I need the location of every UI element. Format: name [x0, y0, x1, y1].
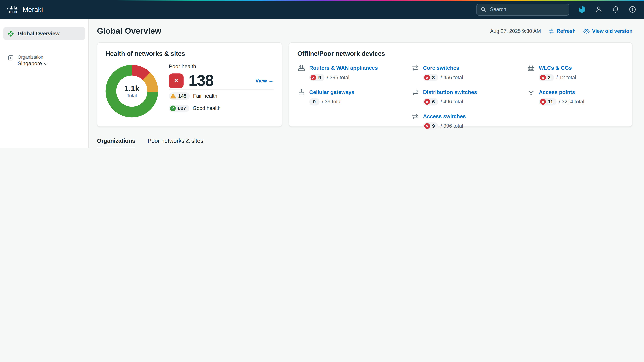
device-tile: Access switches×9/ 996 total [411, 112, 523, 130]
eye-icon [583, 28, 590, 33]
switch-icon [411, 112, 419, 121]
total-count: / 496 total [440, 99, 463, 105]
device-tile-stat: ×2/ 12 total [539, 74, 576, 81]
refresh-button[interactable]: Refresh [548, 28, 576, 34]
poor-health-count: 138 [188, 72, 213, 89]
switch-icon [411, 88, 419, 96]
total-count: / 12 total [556, 75, 576, 80]
device-category-link[interactable]: Routers & WAN appliances [309, 65, 378, 71]
sidebar-item-global-overview[interactable]: Global Overview [3, 27, 85, 40]
global-search[interactable] [476, 3, 569, 15]
status-badge: ×11 [539, 98, 556, 105]
poor-health-label: Poor health [169, 63, 274, 69]
ok-icon: ✓ [170, 105, 176, 111]
total-count: / 3214 total [559, 99, 584, 105]
brand-name: Meraki [23, 5, 43, 13]
global-overview-icon [8, 30, 14, 37]
cellular-icon [297, 88, 306, 96]
total-count: / 996 total [440, 123, 463, 129]
organization-icon [8, 55, 14, 61]
last-updated-timestamp: Aug 27, 2025 9:30 AM [490, 28, 541, 34]
health-donut-chart[interactable]: 1.1k Total [106, 65, 158, 117]
top-navbar: cisco Meraki ? [0, 0, 644, 19]
device-tile: WLCs & CGs×2/ 12 total [527, 64, 624, 81]
ap-icon [527, 88, 535, 96]
chevron-down-icon [44, 61, 48, 65]
help-icon[interactable]: ? [628, 5, 636, 13]
device-category-link[interactable]: WLCs & CGs [539, 65, 572, 71]
device-category-link[interactable]: Core switches [423, 65, 459, 71]
page-title: Global Overview [97, 26, 161, 36]
critical-icon: × [424, 75, 430, 80]
switch-icon [411, 64, 419, 72]
total-count: / 39 total [322, 99, 342, 105]
view-poor-health-link[interactable]: View → [256, 78, 274, 83]
status-badge: 0 [309, 98, 319, 105]
global-search-input[interactable] [489, 6, 565, 13]
good-health-row: ✓827 Good health [169, 102, 274, 114]
device-category-link[interactable]: Distribution switches [423, 89, 477, 95]
main-content: Global Overview Aug 27, 2025 9:30 AM Ref… [89, 19, 644, 148]
device-tiles: Routers & WAN appliances×9/ 396 totalCel… [297, 64, 624, 130]
status-badge: ×9 [309, 74, 324, 81]
device-tile-stat: ×6/ 496 total [423, 98, 477, 105]
critical-icon: × [540, 99, 546, 105]
device-tile: Cellular gateways0/ 39 total [297, 88, 407, 106]
fair-health-row: !145 Fair health [169, 89, 274, 102]
status-badge: ×9 [423, 122, 438, 130]
device-tile-stat: 0/ 39 total [309, 98, 354, 105]
status-badge: ×6 [423, 98, 438, 105]
search-icon [480, 6, 486, 12]
critical-icon: × [169, 73, 184, 88]
refresh-icon [548, 28, 554, 34]
router-icon [297, 64, 306, 72]
device-category-link[interactable]: Access switches [423, 113, 466, 119]
device-tile: Access points×11/ 3214 total [527, 88, 624, 106]
offline-devices-card: Offline/Poor network devices Routers & W… [289, 42, 632, 127]
health-card-title: Health of networks & sites [106, 50, 274, 57]
total-count: / 456 total [440, 75, 463, 80]
notifications-icon[interactable] [612, 5, 620, 13]
tab-poor-networks-sites[interactable]: Poor networks & sites [148, 137, 203, 148]
meraki-logo[interactable]: cisco Meraki [8, 5, 43, 13]
sidebar: Global Overview Organization Singapore [0, 19, 89, 148]
offline-devices-title: Offline/Poor network devices [297, 50, 624, 57]
critical-icon: × [424, 99, 430, 105]
usage-meter-icon[interactable] [578, 5, 586, 13]
critical-icon: × [540, 75, 546, 80]
status-badge: ×2 [539, 74, 554, 81]
device-tile: Core switches×3/ 456 total [411, 64, 523, 81]
tab-bar: OrganizationsPoor networks & sites [97, 137, 632, 148]
total-count: / 396 total [327, 75, 349, 80]
device-tile-stat: ×9/ 996 total [423, 122, 466, 130]
critical-icon: × [310, 75, 316, 80]
wlc-icon [527, 64, 535, 72]
device-tile: Routers & WAN appliances×9/ 396 total [297, 64, 407, 81]
device-tile-stat: ×11/ 3214 total [539, 98, 584, 105]
account-icon[interactable] [595, 5, 603, 13]
tab-organizations[interactable]: Organizations [97, 137, 135, 148]
device-category-link[interactable]: Cellular gateways [309, 89, 354, 95]
device-tile: Distribution switches×6/ 496 total [411, 88, 523, 106]
warning-icon: ! [170, 93, 176, 98]
status-badge: ×3 [423, 74, 438, 81]
svg-text:?: ? [632, 7, 634, 11]
organization-switcher[interactable]: Organization Singapore [0, 55, 88, 66]
brand-gradient-strip [0, 0, 644, 1]
critical-icon: × [424, 123, 430, 129]
device-tile-stat: ×3/ 456 total [423, 74, 463, 81]
view-old-version-link[interactable]: View old version [583, 28, 632, 34]
device-category-link[interactable]: Access points [539, 89, 575, 95]
screen: cisco Meraki ? Global Overview Organizat… [0, 0, 644, 148]
cisco-logo-icon: cisco [8, 6, 19, 13]
health-card: Health of networks & sites 1.1k Total Po… [97, 42, 282, 127]
device-tile-stat: ×9/ 396 total [309, 74, 378, 81]
